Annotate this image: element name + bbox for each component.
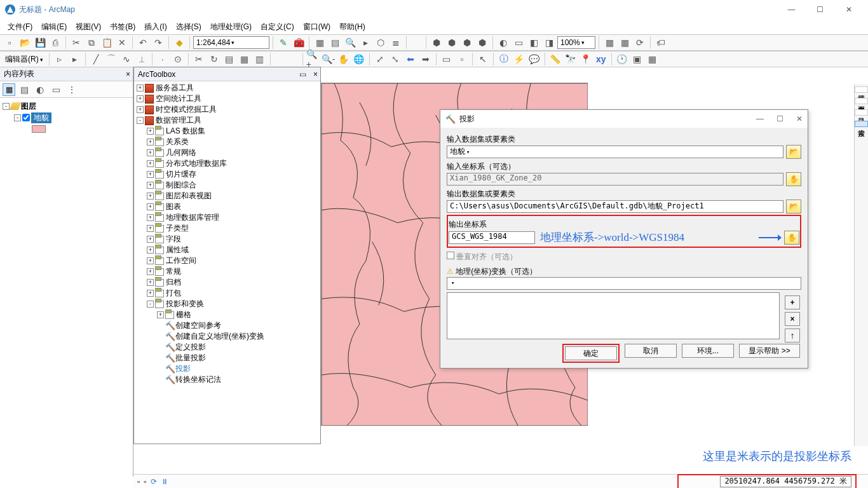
tree-item[interactable]: 常规 (166, 266, 181, 277)
georef3-icon[interactable]: ⬢ (460, 36, 474, 50)
editor-dropdown[interactable]: 编辑器(R) (3, 53, 46, 66)
tree-item[interactable]: 转换坐标记法 (175, 374, 221, 385)
goto-xy-icon[interactable]: xy (594, 52, 608, 66)
expand-icon[interactable]: + (147, 290, 154, 297)
open-icon[interactable]: 📂 (18, 36, 32, 50)
results-icon[interactable]: ≣ (389, 36, 403, 50)
effects-icon[interactable]: ◐ (496, 36, 510, 50)
list-by-drawing-icon[interactable]: ▦ (3, 83, 15, 96)
refresh-btn-icon[interactable]: ⟳ (151, 477, 157, 486)
tree-item[interactable]: 切片缓存 (166, 169, 196, 180)
toc-root[interactable]: 图层 (21, 101, 36, 112)
html-popup-icon[interactable]: 💬 (527, 52, 541, 66)
refresh-icon[interactable]: ⟳ (633, 36, 647, 50)
delete-icon[interactable]: ✕ (115, 36, 129, 50)
point-icon[interactable]: · (156, 52, 170, 66)
toc-close-icon[interactable]: × (126, 70, 130, 79)
back-extent-icon[interactable]: ⬅ (403, 52, 417, 66)
expand-icon[interactable]: - (14, 114, 21, 121)
layout-icon[interactable]: ▦ (602, 36, 616, 50)
dialog-close-icon[interactable]: ✕ (796, 114, 803, 123)
tree-item[interactable]: 归档 (166, 277, 181, 288)
menu-bookmarks[interactable]: 书签(B) (106, 20, 139, 34)
zoom-in-icon[interactable]: 🔍+ (306, 52, 320, 66)
straight-seg-icon[interactable]: ╱ (89, 52, 103, 66)
search-icon[interactable]: 🔍 (343, 36, 357, 50)
save-icon[interactable]: 💾 (33, 36, 47, 50)
add-button[interactable]: + (785, 295, 800, 309)
menu-help[interactable]: 帮助(H) (336, 20, 369, 34)
menu-windows[interactable]: 窗口(W) (299, 20, 334, 34)
expand-icon[interactable]: + (147, 160, 154, 167)
geotrans-list[interactable] (447, 292, 780, 339)
new-icon[interactable]: ▫ (3, 36, 17, 50)
expand-icon[interactable]: - (147, 301, 154, 308)
output-dataset-field[interactable]: C:\Users\asus\Documents\ArcGIS\Default.g… (447, 200, 783, 213)
fixed-zoomout-icon[interactable]: ⤡ (388, 52, 402, 66)
tree-item[interactable]: 打包 (166, 288, 181, 299)
expand-icon[interactable]: + (147, 214, 154, 221)
tree-item[interactable]: 图层和表视图 (166, 191, 212, 201)
menu-geoprocessing[interactable]: 地理处理(G) (207, 20, 255, 34)
dataview-btn-icon[interactable]: ▫ (137, 477, 140, 486)
output-cs-field[interactable]: GCS_WGS_1984 (449, 231, 535, 244)
expand-icon[interactable]: + (147, 182, 154, 189)
expand-icon[interactable]: + (147, 247, 154, 254)
tree-item[interactable]: 制图综合 (166, 180, 196, 191)
tree-item[interactable]: 批量投影 (175, 353, 206, 363)
flicker-icon[interactable]: ◧ (527, 36, 541, 50)
browse-output-icon[interactable]: 📂 (786, 200, 801, 214)
menu-file[interactable]: 文件(F) (4, 20, 36, 34)
ok-button[interactable]: 确定 (565, 346, 617, 360)
menu-view[interactable]: 视图(V) (72, 20, 105, 34)
trace-icon[interactable]: ∿ (119, 52, 133, 66)
arctoolbox-dock-icon[interactable]: ▭ (299, 70, 306, 79)
tree-item[interactable]: 定义投影 (175, 342, 206, 353)
tree-item[interactable]: 关系类 (166, 137, 189, 147)
arctoolbox-header[interactable]: ArcToolbox ▭ × (134, 67, 320, 81)
split-icon[interactable]: ✂ (192, 52, 206, 66)
expand-icon[interactable]: - (3, 103, 10, 110)
cut-icon[interactable]: ✂ (69, 36, 83, 50)
measure-icon[interactable]: 📏 (548, 52, 562, 66)
expand-icon[interactable]: + (147, 139, 154, 146)
expand-icon[interactable]: + (147, 203, 154, 210)
labeling-icon[interactable]: 🏷 (654, 36, 668, 50)
tree-item[interactable]: 分布式地理数据库 (166, 158, 227, 169)
edit-vertices-icon[interactable]: ▸ (68, 52, 82, 66)
redo-icon[interactable]: ↷ (151, 36, 165, 50)
menu-customize[interactable]: 自定义(C) (257, 20, 298, 34)
georef-icon[interactable]: ⬢ (430, 36, 444, 50)
expand-icon[interactable]: + (147, 193, 154, 200)
find-route-icon[interactable]: 📍 (579, 52, 593, 66)
dialog-maximize-icon[interactable]: ☐ (776, 114, 783, 123)
dialog-minimize-icon[interactable]: — (756, 114, 764, 123)
expand-icon[interactable]: + (147, 279, 154, 286)
tree-item[interactable]: 服务器工具 (156, 83, 194, 93)
toc-options-icon[interactable]: ⋮ (65, 83, 79, 97)
modelbuilder-icon[interactable]: ⬡ (374, 36, 388, 50)
copy-icon[interactable]: ⧉ (85, 36, 98, 50)
menu-selection[interactable]: 选择(S) (172, 20, 205, 34)
zoom-out-icon[interactable]: 🔍- (322, 52, 336, 66)
tree-item[interactable]: 字段 (166, 234, 181, 245)
paste-icon[interactable]: 📋 (100, 36, 114, 50)
tree-item[interactable]: 栅格 (176, 309, 191, 320)
close-button[interactable]: ✕ (834, 0, 863, 19)
tree-item[interactable]: 几何网络 (166, 147, 196, 158)
toc-icon[interactable]: ▦ (313, 36, 327, 50)
georef4-icon[interactable]: ⬢ (475, 36, 489, 50)
attributes-icon[interactable]: ▤ (222, 52, 236, 66)
arctoolbox-close-icon[interactable]: × (313, 70, 318, 79)
overview-icon[interactable]: ▦ (646, 52, 660, 66)
tree-item[interactable]: 属性域 (166, 245, 189, 255)
print-icon[interactable]: ⎙ (48, 36, 62, 50)
fwd-extent-icon[interactable]: ➡ (419, 52, 433, 66)
georef2-icon[interactable]: ⬢ (445, 36, 459, 50)
layer-item[interactable]: 地貌 (31, 112, 51, 123)
layoutview-btn-icon[interactable]: ▫ (144, 477, 146, 486)
zoom-pct-combo[interactable]: 100% (557, 36, 595, 49)
undo-icon[interactable]: ↶ (136, 36, 150, 50)
expand-icon[interactable]: + (147, 128, 154, 135)
tree-item[interactable]: 工作空间 (166, 255, 196, 266)
